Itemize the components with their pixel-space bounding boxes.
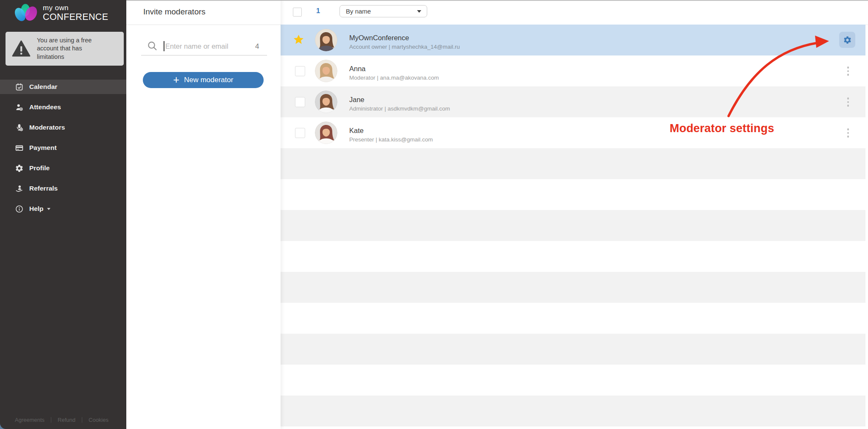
footer-separator (82, 417, 82, 423)
logo-line1: my own (43, 4, 108, 12)
moderator-name: MyOwnConference (349, 34, 409, 42)
footer-link-agreements[interactable]: Agreements (15, 417, 45, 423)
kebab-dot (847, 70, 849, 72)
row-checkbox[interactable] (295, 97, 305, 107)
sidebar-item-help[interactable]: Help (0, 202, 126, 216)
attendees-icon (15, 103, 24, 112)
row-checkbox[interactable] (295, 128, 305, 138)
chevron-down-icon (47, 208, 50, 210)
search-underline (141, 55, 267, 55)
sidebar: my own CONFERENCE You are using a free a… (0, 0, 126, 429)
kebab-dot (847, 97, 849, 100)
myownconference-logo-icon (12, 3, 40, 23)
payment-icon (15, 144, 24, 152)
moderator-name: Jane (349, 96, 364, 104)
kebab-dot (847, 105, 849, 107)
plus-icon: + (173, 75, 180, 85)
kebab-dot (847, 66, 849, 69)
kebab-dot (847, 74, 849, 76)
moderators-icon (15, 123, 24, 132)
select-all-checkbox[interactable] (293, 8, 302, 17)
chevron-down-icon (417, 10, 421, 13)
new-moderator-button[interactable]: + New moderator (143, 72, 264, 88)
sidebar-item-attendees[interactable]: Attendees (0, 100, 126, 114)
kebab-dot (847, 128, 849, 130)
app-screen: my own CONFERENCE You are using a free a… (0, 0, 868, 429)
invite-moderators-panel: Invite moderators 4 + New moderator (126, 0, 281, 429)
row-menu-button[interactable] (846, 66, 850, 77)
annotation-label: Moderator settings (670, 122, 774, 135)
footer-link-cookies[interactable]: Cookies (89, 417, 108, 423)
moderator-meta: Moderator | ana.ma@akovana.com (349, 75, 439, 81)
moderator-meta: Presenter | kata.kiss@gmail.com (349, 136, 433, 143)
empty-row-stripes (281, 148, 865, 429)
footer-separator (51, 417, 51, 423)
referrals-icon (15, 184, 24, 193)
row-checkbox[interactable] (295, 66, 305, 76)
moderator-meta: Account owner | martyshechka_14@mail.ru (349, 44, 460, 50)
avatar (315, 122, 337, 144)
kebab-dot (847, 136, 849, 138)
moderator-name: Kate (349, 127, 364, 135)
sidebar-nav: Calendar Attendees Moderators Payment Pr… (0, 80, 126, 222)
list-toolbar: 1 By name (281, 0, 868, 25)
avatar (315, 29, 337, 51)
sort-dropdown[interactable]: By name (339, 5, 427, 17)
warning-triangle-icon (12, 40, 31, 57)
footer-link-refund[interactable]: Refund (58, 417, 75, 423)
page-number[interactable]: 1 (316, 7, 320, 15)
sidebar-item-payment[interactable]: Payment (0, 141, 126, 155)
sidebar-item-profile[interactable]: Profile (0, 161, 126, 175)
moderator-meta: Administrator | asdkmvdkm@gmail.com (349, 105, 450, 112)
sidebar-item-moderators[interactable]: Moderators (0, 120, 126, 135)
panel-header: Invite moderators (126, 0, 281, 25)
sidebar-item-calendar[interactable]: Calendar (0, 80, 126, 94)
warning-text: You are using a free account that has li… (37, 36, 107, 61)
kebab-dot (847, 132, 849, 134)
text-cursor (164, 41, 164, 51)
search-input[interactable] (165, 41, 250, 52)
row-menu-button[interactable] (846, 127, 850, 138)
help-icon (15, 205, 24, 213)
owner-star-icon (293, 34, 304, 45)
calendar-icon (15, 83, 24, 91)
logo[interactable]: my own CONFERENCE (12, 3, 108, 23)
logo-text: my own CONFERENCE (43, 4, 108, 22)
profile-icon (15, 164, 24, 173)
moderator-count: 4 (255, 42, 259, 51)
top-divider (126, 0, 868, 1)
free-account-warning[interactable]: You are using a free account that has li… (6, 32, 124, 66)
sidebar-item-referrals[interactable]: Referrals (0, 181, 126, 196)
moderator-row[interactable]: MyOwnConference Account owner | martyshe… (281, 25, 865, 55)
search-icon (147, 40, 158, 52)
moderator-row[interactable]: Kate Presenter | kata.kiss@gmail.com (281, 117, 865, 148)
moderator-row[interactable]: Jane Administrator | asdkmvdkm@gmail.com (281, 86, 865, 117)
new-moderator-label: New moderator (184, 76, 233, 84)
sidebar-footer: AgreementsRefundCookies (15, 417, 108, 423)
moderator-name: Anna (349, 65, 366, 73)
sort-dropdown-label: By name (346, 8, 371, 15)
kebab-dot (847, 101, 849, 103)
avatar (315, 91, 337, 113)
logo-line2: CONFERENCE (43, 12, 108, 22)
moderator-settings-button[interactable] (839, 32, 855, 48)
moderator-list: MyOwnConference Account owner | martyshe… (281, 25, 865, 148)
avatar (315, 60, 337, 82)
moderator-row[interactable]: Anna Moderator | ana.ma@akovana.com (281, 55, 865, 86)
page-title: Invite moderators (143, 7, 206, 17)
row-menu-button[interactable] (846, 97, 850, 108)
